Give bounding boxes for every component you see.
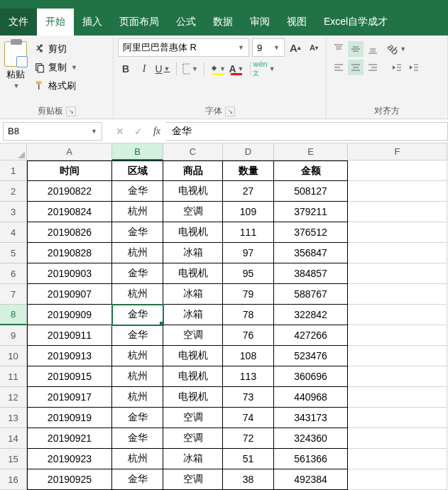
cell-B12[interactable]: 杭州	[112, 387, 163, 408]
shrink-font-button[interactable]: A▾	[306, 40, 322, 55]
col-header-A[interactable]: A	[27, 143, 112, 160]
cell-C3[interactable]: 空调	[163, 202, 223, 222]
cell-D5[interactable]: 97	[223, 243, 274, 263]
cell-E2[interactable]: 508127	[274, 181, 348, 202]
cell-D16[interactable]: 38	[223, 469, 274, 490]
cell-F2[interactable]	[348, 181, 447, 202]
cell-F4[interactable]	[348, 222, 447, 243]
cell-A16[interactable]: 20190925	[27, 469, 112, 490]
grid[interactable]: ABCDEF 1时间区域商品数量金额220190822金华电视机27508127…	[0, 143, 448, 490]
align-center-button[interactable]	[348, 60, 364, 75]
tab-formula[interactable]: 公式	[168, 9, 204, 36]
cell-E4[interactable]: 376512	[274, 222, 348, 243]
row-header-6[interactable]: 6	[0, 263, 27, 284]
align-middle-button[interactable]	[348, 41, 364, 57]
cell-A9[interactable]: 20190911	[27, 325, 112, 346]
cell-B4[interactable]: 金华	[112, 222, 163, 243]
cell-E5[interactable]: 356847	[274, 243, 348, 263]
cell-E14[interactable]: 324360	[274, 428, 348, 449]
tab-data[interactable]: 数据	[204, 9, 241, 36]
bold-button[interactable]: B	[118, 61, 133, 77]
cell-C14[interactable]: 空调	[163, 428, 223, 449]
grow-font-button[interactable]: A▴	[288, 40, 303, 55]
cell-D10[interactable]: 108	[223, 346, 274, 366]
cell-D6[interactable]: 95	[223, 263, 274, 284]
fill-color-button[interactable]: ▼	[210, 61, 226, 77]
cell-F10[interactable]	[348, 346, 447, 366]
cell-B5[interactable]: 杭州	[112, 243, 163, 263]
col-header-D[interactable]: D	[223, 143, 274, 160]
borders-button[interactable]: ▼	[182, 61, 198, 77]
col-header-B[interactable]: B	[112, 143, 163, 160]
row-header-2[interactable]: 2	[0, 181, 27, 202]
cell-A5[interactable]: 20190828	[27, 243, 112, 263]
cell-B11[interactable]: 杭州	[112, 366, 163, 387]
row-header-12[interactable]: 12	[0, 387, 27, 408]
cell-F5[interactable]	[348, 243, 447, 263]
tab-custom[interactable]: Excel自学成才	[315, 9, 396, 36]
cell-F8[interactable]	[348, 305, 447, 325]
font-color-button[interactable]: A▼	[229, 61, 244, 77]
cell-D3[interactable]: 109	[223, 202, 274, 222]
cell-C11[interactable]: 电视机	[163, 366, 223, 387]
cell-A2[interactable]: 20190822	[27, 181, 112, 202]
cell-A4[interactable]: 20190826	[27, 222, 112, 243]
copy-button[interactable]: 复制▼	[31, 60, 80, 75]
cell-C6[interactable]: 电视机	[163, 263, 223, 284]
cell-E15[interactable]: 561366	[274, 449, 348, 469]
cell-D8[interactable]: 78	[223, 305, 274, 325]
tab-view[interactable]: 视图	[278, 9, 315, 36]
cell-A13[interactable]: 20190919	[27, 408, 112, 428]
cell-A7[interactable]: 20190907	[27, 284, 112, 305]
font-size-select[interactable]: 9 ▼	[252, 38, 285, 57]
cell-F7[interactable]	[348, 284, 447, 305]
row-header-13[interactable]: 13	[0, 408, 27, 428]
cell-E11[interactable]: 360696	[274, 366, 348, 387]
cell-F9[interactable]	[348, 325, 447, 346]
cell-F13[interactable]	[348, 408, 447, 428]
cell-C13[interactable]: 空调	[163, 408, 223, 428]
cell-C4[interactable]: 电视机	[163, 222, 223, 243]
cell-E1[interactable]: 金额	[274, 160, 348, 181]
cell-C12[interactable]: 电视机	[163, 387, 223, 408]
cell-E8[interactable]: 322842	[274, 305, 348, 325]
cell-C10[interactable]: 电视机	[163, 346, 223, 366]
row-header-15[interactable]: 15	[0, 449, 27, 469]
cell-F3[interactable]	[348, 202, 447, 222]
cell-F16[interactable]	[348, 469, 447, 490]
cell-E7[interactable]: 588767	[274, 284, 348, 305]
cell-C9[interactable]: 空调	[163, 325, 223, 346]
row-header-8[interactable]: 8	[0, 305, 27, 325]
col-header-C[interactable]: C	[163, 143, 223, 160]
cell-C7[interactable]: 冰箱	[163, 284, 223, 305]
cell-A11[interactable]: 20190915	[27, 366, 112, 387]
cell-B1[interactable]: 区域	[112, 160, 163, 181]
cell-D1[interactable]: 数量	[223, 160, 274, 181]
col-header-E[interactable]: E	[274, 143, 348, 160]
row-header-4[interactable]: 4	[0, 222, 27, 243]
phonetic-button[interactable]: wén文▼	[256, 61, 272, 77]
select-all-button[interactable]	[0, 143, 27, 160]
align-left-button[interactable]	[331, 60, 346, 75]
cell-D15[interactable]: 51	[223, 449, 274, 469]
cell-E9[interactable]: 427266	[274, 325, 348, 346]
cell-C5[interactable]: 冰箱	[163, 243, 223, 263]
cell-E12[interactable]: 440968	[274, 387, 348, 408]
cell-A6[interactable]: 20190903	[27, 263, 112, 284]
cell-D2[interactable]: 27	[223, 181, 274, 202]
orientation-button[interactable]: ab▼	[389, 41, 405, 57]
cell-B10[interactable]: 杭州	[112, 346, 163, 366]
cell-A1[interactable]: 时间	[27, 160, 112, 181]
cell-A14[interactable]: 20190921	[27, 428, 112, 449]
cell-F11[interactable]	[348, 366, 447, 387]
fx-button[interactable]: fx	[148, 122, 166, 141]
cell-B6[interactable]: 金华	[112, 263, 163, 284]
cell-C1[interactable]: 商品	[163, 160, 223, 181]
tab-layout[interactable]: 页面布局	[111, 9, 168, 36]
cell-B9[interactable]: 金华	[112, 325, 163, 346]
cell-A3[interactable]: 20190824	[27, 202, 112, 222]
cell-E16[interactable]: 492384	[274, 469, 348, 490]
cell-D14[interactable]: 72	[223, 428, 274, 449]
align-right-button[interactable]	[365, 60, 381, 75]
cell-C16[interactable]: 空调	[163, 469, 223, 490]
